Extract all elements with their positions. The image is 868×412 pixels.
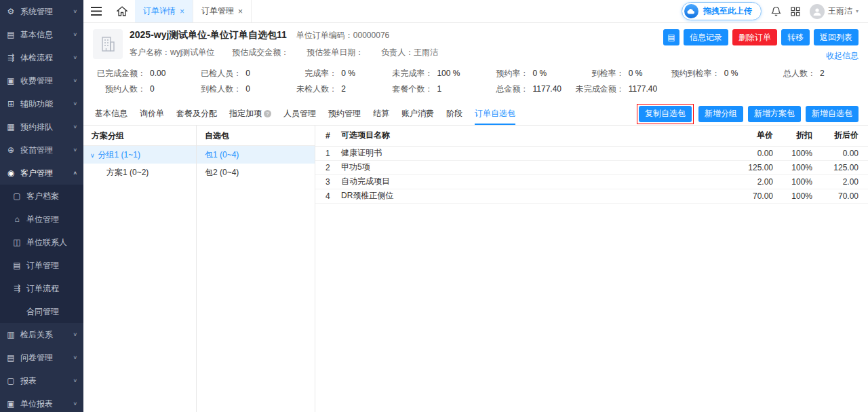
order-header: 2025-wyj测试单位-单位订单自选包11 单位订单编码：00000076 客… (83, 23, 868, 63)
user-name: 王雨洁 (828, 5, 852, 17)
avatar (810, 4, 825, 19)
upload-dropzone[interactable]: 拖拽至此上传 (682, 2, 762, 20)
content: 方案分组 ∨分组1 (1~1) 方案1 (0~2) 自选包 包1 (0~4) 包… (83, 126, 868, 412)
info-icon: ? (264, 110, 271, 117)
transfer-button[interactable]: 转移 (781, 29, 810, 45)
tab-package-allocation[interactable]: 套餐及分配 (170, 102, 223, 125)
report-icon: ▢ (6, 376, 16, 386)
tab-stage[interactable]: 阶段 (440, 102, 469, 125)
col-discounted-price: 折后价 (822, 126, 868, 146)
col-discount: 折扣 (783, 126, 822, 146)
close-icon[interactable]: × (180, 7, 184, 16)
tab-settlement[interactable]: 结算 (367, 102, 395, 125)
sidebar-item-order-process[interactable]: ⇶ 订单流程 (0, 277, 83, 300)
questionnaire-icon: ▤ (6, 353, 16, 362)
customer-name: 客户名称：wyj测试单位 (130, 47, 214, 58)
chevron-down-icon: ∨ (73, 55, 77, 60)
sidebar-item-customer-archive[interactable]: ▢ 客户档案 (0, 185, 83, 208)
sidebar-item-vaccine-management[interactable]: ⊕ 疫苗管理 ∨ (0, 138, 83, 162)
caret-down-icon[interactable]: ∨ (90, 152, 95, 159)
page-title: 2025-wyj测试单位-单位订单自选包11 (130, 29, 287, 41)
copy-optional-package-button[interactable]: 复制自选包 (639, 106, 692, 122)
col-unit-price: 单价 (701, 126, 783, 146)
sidebar-item-fee-management[interactable]: ▣ 收费管理 ∨ (0, 69, 83, 92)
sidebar-item-post-exam-relations[interactable]: ▥ 检后关系 ∨ (0, 323, 83, 346)
chevron-down-icon: ∨ (73, 32, 77, 37)
sidebar-item-auxiliary-functions[interactable]: ⊞ 辅助功能 ∨ (0, 92, 83, 115)
info-record-button[interactable]: 信息记录 (684, 29, 728, 45)
optional-items-table-wrap: # 可选项目名称 单价 折扣 折后价 1 健康证明书 0.00 100% 0.0… (315, 126, 868, 412)
menu-icon[interactable] (83, 0, 109, 22)
record-icon-button[interactable]: ▤ (663, 29, 679, 45)
plan-group-item[interactable]: ∨分组1 (1~1) (83, 146, 196, 164)
table-row[interactable]: 3 自动完成项目 2.00 100% 2.00 (315, 174, 868, 189)
sidebar-item-basic-info[interactable]: ▤ 基本信息 ∨ (0, 23, 83, 46)
fee-icon: ▣ (6, 76, 16, 86)
sidebar-item-exam-process[interactable]: ⇶ 体检流程 ∨ (0, 46, 83, 69)
stat-arrival-count: 到检人数：0 (189, 83, 284, 95)
back-to-list-button[interactable]: 返回列表 (814, 29, 859, 45)
stat-incomplete-amount: 未完成金额：1177.40 (572, 83, 667, 95)
tab-personnel[interactable]: 人员管理 (277, 102, 322, 125)
chevron-up-icon: ∧ (73, 170, 77, 176)
table-row[interactable]: 2 甲功5项 125.00 100% 125.00 (315, 160, 868, 174)
sidebar-item-system-management[interactable]: ⚙ 系统管理 ∨ (0, 0, 83, 23)
tab-appointment[interactable]: 预约管理 (322, 102, 367, 125)
chevron-down-icon: ∨ (73, 147, 77, 153)
sidebar-item-questionnaire-management[interactable]: ▤ 问卷管理 ∨ (0, 346, 83, 369)
topbar: 订单详情 × 订单管理 × 拖拽至此上传 (83, 0, 868, 23)
col-item-name: 可选项目名称 (341, 126, 701, 146)
home-icon[interactable] (109, 0, 135, 22)
tab-account-consumption[interactable]: 账户消费 (395, 102, 440, 125)
stat-appointment-arrival-rate: 预约到检率：0 % (667, 68, 763, 79)
stat-incomplete-rate: 未完成率：100 % (380, 68, 475, 79)
bell-icon[interactable] (771, 6, 781, 17)
relation-icon: ▥ (6, 330, 16, 339)
delete-order-button[interactable]: 删除订单 (732, 29, 777, 45)
user-menu[interactable]: 王雨洁 ▾ (810, 4, 859, 19)
close-icon[interactable]: × (238, 7, 243, 16)
stat-package-count: 套餐个数：1 (380, 83, 475, 95)
sidebar-item-order-management[interactable]: ▤ 订单管理 (0, 254, 83, 277)
tab-basic-info[interactable]: 基本信息 (89, 102, 134, 125)
table-row[interactable]: 1 健康证明书 0.00 100% 0.00 (315, 146, 868, 160)
stat-appointment-count: 预约人数：0 (93, 83, 189, 95)
sidebar-item-unit-contacts[interactable]: ◫ 单位联系人 (0, 231, 83, 254)
window-tab-order-management[interactable]: 订单管理 × (193, 0, 252, 22)
chevron-down-icon: ∨ (73, 378, 77, 383)
estimated-sign-date: 预估签单日期： (307, 47, 363, 58)
order-icon: ▤ (12, 261, 22, 270)
add-optional-package-button[interactable]: 新增自选包 (806, 106, 859, 122)
collapse-info-link[interactable]: 收起信息 (826, 50, 859, 62)
document-icon: ▤ (6, 30, 16, 39)
tab-designated-addon[interactable]: 指定加项? (223, 102, 277, 125)
order-header-text: 2025-wyj测试单位-单位订单自选包11 单位订单编码：00000076 客… (130, 29, 438, 62)
order-stats: 已完成金额：0.00 已检人员：0 完成率：0 % 未完成率：100 % 预约率… (83, 63, 868, 102)
add-plan-package-button[interactable]: 新增方案包 (748, 106, 801, 122)
stat-completed-amount: 已完成金额：0.00 (93, 68, 189, 79)
package-item[interactable]: 包2 (0~4) (197, 164, 315, 181)
plan-group-panel: 方案分组 ∨分组1 (1~1) 方案1 (0~2) (83, 126, 197, 412)
organization-icon (93, 29, 123, 59)
plan-item[interactable]: 方案1 (0~2) (83, 164, 196, 181)
tab-inquiry[interactable]: 询价单 (134, 102, 170, 125)
package-item[interactable]: 包1 (0~4) (197, 146, 315, 164)
table-row[interactable]: 4 DR颈椎正侧位 70.00 100% 70.00 (315, 189, 868, 203)
sidebar-item-unit-reports[interactable]: ▣ 单位报表 ∨ (0, 392, 83, 412)
add-group-button[interactable]: 新增分组 (698, 106, 743, 122)
tab-order-optional-package[interactable]: 订单自选包 (469, 102, 521, 125)
sidebar-item-reports[interactable]: ▢ 报表 ∨ (0, 369, 83, 392)
apps-grid-icon[interactable] (791, 7, 800, 16)
window-tab-order-detail[interactable]: 订单详情 × (135, 0, 193, 22)
order-header-actions: ▤ 信息记录 删除订单 转移 返回列表 收起信息 (663, 29, 859, 62)
optional-items-table: # 可选项目名称 单价 折扣 折后价 1 健康证明书 0.00 100% 0.0… (315, 126, 868, 204)
vaccine-icon: ⊕ (6, 145, 16, 155)
sidebar-item-unit-management[interactable]: ⌂ 单位管理 (0, 208, 83, 231)
customer-management-submenu: ▢ 客户档案 ⌂ 单位管理 ◫ 单位联系人 ▤ 订单管理 ⇶ 订单流程 合同管理 (0, 185, 83, 323)
contacts-icon: ◫ (12, 238, 22, 247)
sidebar-item-appointment-queue[interactable]: ▦ 预约排队 ∨ (0, 115, 83, 138)
chevron-down-icon: ∨ (73, 332, 77, 337)
sidebar-item-contract-management[interactable]: 合同管理 (0, 300, 83, 323)
sidebar-item-customer-management[interactable]: ◉ 客户管理 ∧ (0, 162, 83, 185)
system-icon: ⚙ (6, 7, 16, 16)
